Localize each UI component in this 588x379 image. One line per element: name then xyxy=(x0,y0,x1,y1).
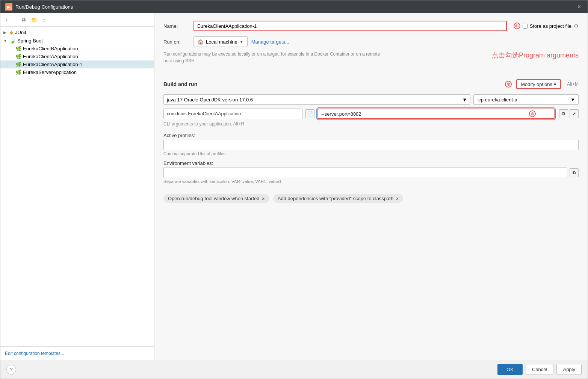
run-config-icon: 🌿 xyxy=(15,69,21,75)
classpath-label: -cp eureka-client-a xyxy=(477,97,517,103)
app-icon: ▶ xyxy=(5,3,12,11)
modify-options-button[interactable]: Modify options ▾ xyxy=(516,79,561,89)
add-config-button[interactable]: + xyxy=(3,16,10,24)
run-on-hint: Run configurations may be executed local… xyxy=(163,51,389,64)
copy-args-button[interactable]: ⧉ xyxy=(559,109,568,118)
env-vars-browse-button[interactable]: ⧉ xyxy=(570,168,579,177)
spring-boot-icon: 🍃 xyxy=(9,38,16,44)
run-on-label: Run on: xyxy=(163,39,190,45)
dialog-title: Run/Debug Configurations xyxy=(15,4,73,10)
env-vars-label: Environment variables: xyxy=(163,160,579,166)
sidebar-item-eureka-client-a[interactable]: 🌿 EurekaClientAApplication xyxy=(0,53,154,60)
tag-close-button-2[interactable]: × xyxy=(396,196,399,201)
run-on-dropdown[interactable]: 🏠 Local machine ▼ xyxy=(193,36,248,47)
main-class-input[interactable] xyxy=(163,109,302,119)
program-args-container: ③ xyxy=(317,109,555,119)
manage-targets-link[interactable]: Manage targets... xyxy=(251,39,289,45)
apply-button[interactable]: Apply xyxy=(556,364,582,375)
tag-label: Add dependencies with "provided" scope t… xyxy=(278,196,393,201)
env-vars-hint: Separate variables with semicolon: VAR=v… xyxy=(163,179,579,184)
java-version-dropdown[interactable]: java 17 Oracle OpenJDK version 17.0.6 ▼ xyxy=(163,94,470,105)
chevron-right-icon: ▶ xyxy=(3,30,8,35)
junit-icon: ◆ xyxy=(9,29,14,35)
title-bar: ▶ Run/Debug Configurations × xyxy=(0,0,588,13)
help-button[interactable]: ? xyxy=(6,365,16,374)
sidebar-item-eureka-server[interactable]: 🌿 EurekaServerApplication xyxy=(0,68,154,76)
tag-label: Open run/debug tool window when started xyxy=(168,196,260,201)
name-input[interactable] xyxy=(193,21,507,31)
run-config-icon: 🌿 xyxy=(15,62,21,67)
copy-config-button[interactable]: ⧉ xyxy=(20,15,27,24)
sidebar-item-label: EurekaClientAApplication-1 xyxy=(23,62,82,67)
env-vars-row: ⧉ xyxy=(163,168,579,178)
sidebar-item-label: EurekaClientBApplication xyxy=(23,46,78,51)
build-run-title: Build and run xyxy=(163,81,197,87)
alt-m-shortcut: Alt+M xyxy=(567,82,579,87)
sidebar-footer: Edit configuration templates... xyxy=(0,346,154,360)
bottom-bar: ? OK Cancel Apply xyxy=(0,360,588,379)
hint-block-right: 点击勾选Program arguments xyxy=(477,51,579,72)
edit-templates-link[interactable]: Edit configuration templates... xyxy=(5,351,64,356)
sidebar-item-eureka-client-a-1[interactable]: 🌿 EurekaClientAApplication-1 xyxy=(0,60,154,68)
main-class-row: 📄 ③ ⧉ ⤢ xyxy=(163,109,579,119)
tag-close-button[interactable]: × xyxy=(262,196,265,201)
name-label: Name: xyxy=(163,23,190,29)
run-config-icon: 🌿 xyxy=(15,54,21,59)
chevron-down-icon: ▼ xyxy=(240,40,243,44)
gear-icon[interactable]: ⚙ xyxy=(574,23,579,29)
sidebar-item-label: EurekaClientAApplication xyxy=(23,54,78,59)
right-panel: Name: ① Store as project file ⚙ Run on: … xyxy=(154,13,588,360)
bottom-right-buttons: OK Cancel Apply xyxy=(497,364,582,375)
badge-3: ③ xyxy=(529,110,536,117)
close-button[interactable]: × xyxy=(575,3,583,11)
sidebar-item-eureka-client-b[interactable]: 🌿 EurekaClientBApplication xyxy=(0,45,154,53)
store-as-project-checkbox[interactable] xyxy=(523,24,528,29)
cancel-button[interactable]: Cancel xyxy=(526,364,553,375)
folder-config-button[interactable]: 📁 xyxy=(29,16,39,24)
hint-block: Run configurations may be executed local… xyxy=(163,51,579,72)
name-field-row: Name: ① Store as project file ⚙ xyxy=(163,21,579,31)
build-run-header: Build and run ② Modify options ▾ Alt+M xyxy=(163,79,579,89)
expand-args-button[interactable]: ⤢ xyxy=(570,109,579,118)
run-config-icon: 🌿 xyxy=(15,46,21,51)
sidebar-item-springboot[interactable]: ▼ 🍃 Spring Boot xyxy=(0,36,154,45)
tag-add-dependencies: Add dependencies with "provided" scope t… xyxy=(273,194,404,203)
active-profiles-label: Active profiles: xyxy=(163,133,579,138)
sidebar-tree: ▶ ◆ JUnit ▼ 🍃 Spring Boot 🌿 EurekaClient… xyxy=(0,27,154,346)
expand-icons: ⧉ ⤢ xyxy=(559,109,579,118)
remove-config-button[interactable]: − xyxy=(12,16,18,24)
env-vars-input[interactable] xyxy=(163,168,567,178)
run-on-value: Local machine xyxy=(206,39,237,45)
env-vars-group: Environment variables: ⧉ Separate variab… xyxy=(163,160,579,184)
tags-row: Open run/debug tool window when started … xyxy=(163,194,579,203)
main-class-browse-button[interactable]: 📄 xyxy=(305,109,314,118)
modify-options-label: Modify options xyxy=(521,82,552,87)
chevron-down-icon: ▼ xyxy=(462,97,467,103)
store-as-project-row: ① Store as project file ⚙ xyxy=(514,23,579,29)
main-content: + − ⧉ 📁 ↕ ▶ ◆ JUnit ▼ 🍃 Spring Boot xyxy=(0,13,588,360)
run-on-row: Run on: 🏠 Local machine ▼ Manage targets… xyxy=(163,36,579,47)
sidebar-toolbar: + − ⧉ 📁 ↕ xyxy=(0,13,154,27)
hint-block-left: Run configurations may be executed local… xyxy=(163,51,469,72)
title-bar-left: ▶ Run/Debug Configurations xyxy=(5,3,73,11)
java-version-label: java 17 Oracle OpenJDK version 17.0.6 xyxy=(167,97,253,103)
sidebar: + − ⧉ 📁 ↕ ▶ ◆ JUnit ▼ 🍃 Spring Boot xyxy=(0,13,154,360)
sidebar-item-label: EurekaServerApplication xyxy=(23,69,77,75)
chevron-down-icon: ▼ xyxy=(570,97,575,103)
chevron-down-icon: ▾ xyxy=(554,82,556,87)
tag-open-run-debug: Open run/debug tool window when started … xyxy=(163,194,269,203)
sort-config-button[interactable]: ↕ xyxy=(41,16,47,24)
active-profiles-hint: Comma separated list of profiles xyxy=(163,151,579,156)
active-profiles-input[interactable] xyxy=(163,140,579,150)
sidebar-item-junit[interactable]: ▶ ◆ JUnit xyxy=(0,28,154,36)
classpath-dropdown[interactable]: -cp eureka-client-a ▼ xyxy=(473,94,579,105)
run-debug-dialog: ▶ Run/Debug Configurations × + − ⧉ 📁 ↕ ▶… xyxy=(0,0,588,379)
badge-2: ② xyxy=(505,81,512,88)
sidebar-item-label: JUnit xyxy=(15,30,26,35)
ok-button[interactable]: OK xyxy=(497,364,523,375)
cli-hint: CLI arguments to your application. Alt+R xyxy=(163,121,579,127)
program-args-input[interactable] xyxy=(317,109,555,119)
badge-1: ① xyxy=(514,23,520,29)
house-icon: 🏠 xyxy=(198,39,204,45)
java-version-row: java 17 Oracle OpenJDK version 17.0.6 ▼ … xyxy=(163,94,579,105)
